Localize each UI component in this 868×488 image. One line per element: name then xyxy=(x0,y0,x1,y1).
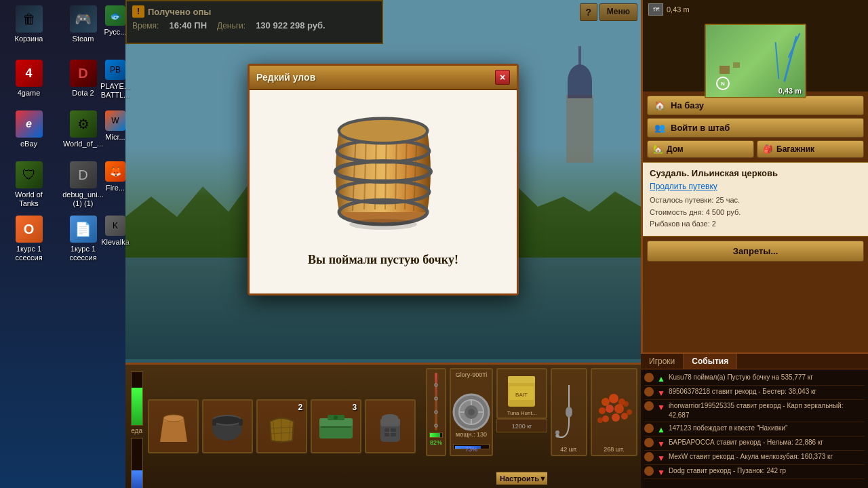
svg-rect-38 xyxy=(435,373,437,430)
food-bar xyxy=(131,371,143,426)
desktop-icon-4game[interactable]: 4 4game xyxy=(3,58,54,100)
desktop-icon-debug[interactable]: D debug_uni... (1) (1) xyxy=(58,159,108,210)
desktop-icon-player[interactable]: PB PLAYE... BATTL... xyxy=(105,58,125,102)
rare-catch-modal: Редкий улов × xyxy=(248,64,519,296)
netbag-slot[interactable]: 2 xyxy=(256,399,307,453)
russ-label: Русс... xyxy=(104,28,127,37)
event-arrow: ▲ xyxy=(657,374,665,384)
desktop-icon-basket[interactable]: 🗑 Корзина xyxy=(3,3,54,45)
map-icon: 🗺 xyxy=(648,3,663,16)
zapret-button[interactable]: Запреты... xyxy=(647,241,864,262)
kurs-icon: 📄 xyxy=(70,216,97,243)
ebay-icon: e xyxy=(16,110,43,138)
bait-slot[interactable]: BAIT Tuna Hunt... xyxy=(496,368,547,419)
small-map[interactable]: 0,43 m N xyxy=(705,24,806,98)
event-icon xyxy=(644,401,654,411)
modal-close-button[interactable]: × xyxy=(495,70,510,85)
food-fill xyxy=(132,388,142,425)
alc-fill xyxy=(132,470,142,488)
reel-svg xyxy=(451,392,492,432)
cauldron-slot[interactable] xyxy=(202,399,253,453)
energy-bars: еда алк xyxy=(129,368,144,485)
location-info: Суздаль. Ильинская церковь Продлить путе… xyxy=(643,162,868,237)
staff-button[interactable]: 👥 Войти в штаб xyxy=(647,118,864,138)
desktop-icon-world[interactable]: ⚙ World_of_... xyxy=(58,108,108,150)
desktop-icon-russ[interactable]: 🐟 Русс... xyxy=(105,3,125,39)
rod-progress-fill xyxy=(430,433,440,437)
svg-point-55 xyxy=(555,430,559,434)
bucket-slot[interactable] xyxy=(148,399,199,453)
staff-icon: 👥 xyxy=(654,123,665,133)
svg-point-59 xyxy=(609,394,618,403)
bait-svg: BAIT xyxy=(498,369,545,413)
toolbar-inner: еда алк xyxy=(125,365,641,488)
origin-label: 1курс 1 ссессия xyxy=(5,245,52,262)
home-button[interactable]: 🏡 Дом xyxy=(647,140,754,158)
kurs-label: 1курс 1 ссессия xyxy=(60,245,106,262)
event-item: ▲Kusu78 поймал(а) Пустую бочку на 535,77… xyxy=(644,371,865,386)
line-count: 42 шт. xyxy=(560,446,577,453)
netbag-svg xyxy=(267,408,297,445)
map-container: 🗺 0,43 m 0,43 m N xyxy=(643,0,868,92)
svg-rect-21 xyxy=(239,419,243,426)
event-item: ▼ihorwarrior199525335 ставит рекорд - Ка… xyxy=(644,400,865,422)
svg-text:BAIT: BAIT xyxy=(515,392,528,398)
rod-svg xyxy=(431,371,441,436)
events-tabs: Игроки События xyxy=(641,354,868,369)
base-button[interactable]: 🏠 На базу xyxy=(647,96,864,115)
svg-point-69 xyxy=(627,409,632,415)
bait-name: Tuna Hunt... xyxy=(499,410,545,416)
desktop-icon-fire[interactable]: 🦊 Fire... xyxy=(105,159,125,195)
event-item: ▼MexW ставит рекорд - Акула мелкозубая: … xyxy=(644,451,865,465)
kleval-icon: K xyxy=(105,216,125,236)
reel-slot[interactable]: мощн.: 130 73% Glory-900Ti xyxy=(450,368,493,456)
backpack-slot[interactable] xyxy=(365,399,416,453)
barrel-image xyxy=(322,104,444,239)
svg-point-16 xyxy=(163,415,184,422)
rod-progress-label: 82% xyxy=(427,439,445,446)
event-item: ▼Dodg ставит рекорд - Пузанок: 242 гр xyxy=(644,465,865,479)
svg-point-14 xyxy=(340,120,426,142)
event-text: ihorwarrior199525335 ставит рекорд - Кар… xyxy=(669,401,865,420)
event-arrow: ▼ xyxy=(657,403,665,412)
event-item: ▼89506378218 ставит рекорд - Бестер: 38,… xyxy=(644,386,865,400)
svg-rect-52 xyxy=(508,376,535,383)
location-details: Осталось путевки: 25 час. Стоимость дня:… xyxy=(650,195,861,230)
tacklebox-slot[interactable]: 3 xyxy=(311,399,361,453)
svg-point-34 xyxy=(382,414,398,421)
event-icon xyxy=(644,373,654,382)
configure-button[interactable]: Настроить ▼ xyxy=(496,472,547,485)
event-arrow: ▲ xyxy=(657,425,665,434)
desktop-icon-steam[interactable]: 🎮 Steam xyxy=(58,3,108,45)
players-tab[interactable]: Игроки xyxy=(641,354,684,369)
desktop-icon-micro[interactable]: W Micr... xyxy=(105,108,125,144)
trunk-icon: 🎒 xyxy=(763,144,773,154)
event-icon xyxy=(644,466,654,476)
bucket-svg xyxy=(157,408,191,445)
svg-point-66 xyxy=(612,413,620,422)
event-text: БАРБАРОССА ставит рекорд - Нельма: 22,88… xyxy=(669,438,823,447)
bait-weight[interactable]: 1200 кг xyxy=(496,419,547,432)
event-icon xyxy=(644,438,654,447)
dota-icon: D xyxy=(70,60,97,87)
micro-label: Micr... xyxy=(105,133,125,142)
worldtanks-icon: 🛡 xyxy=(16,161,43,188)
desktop-icon-ebay[interactable]: e eBay xyxy=(3,108,54,150)
event-arrow: ▼ xyxy=(657,388,665,398)
trunk-button[interactable]: 🎒 Багажник xyxy=(757,140,864,158)
extend-permit-link[interactable]: Продлить путевку xyxy=(650,182,861,191)
configure-dropdown-icon: ▼ xyxy=(539,474,547,483)
fishing-line-slot[interactable]: 42 шт. xyxy=(551,368,587,456)
food-label: еда xyxy=(131,427,142,434)
lure-slot[interactable]: 268 шт. xyxy=(591,368,637,456)
base-icon: 🏠 xyxy=(654,100,665,110)
desktop-icon-worldtanks[interactable]: 🛡 World of Tanks xyxy=(3,159,54,210)
events-tab[interactable]: События xyxy=(684,354,737,369)
rod-slot[interactable]: 82% xyxy=(426,368,446,456)
tacklebox-svg xyxy=(317,411,355,442)
origin-icon: O xyxy=(16,216,43,243)
desktop-icon-kleval[interactable]: K Klevalka xyxy=(105,214,125,249)
desktop-icon-origin[interactable]: O 1курс 1 ссессия xyxy=(3,214,54,264)
modal-body: Вы поймали пустую бочку! xyxy=(250,90,517,293)
backpack-svg xyxy=(375,408,406,445)
